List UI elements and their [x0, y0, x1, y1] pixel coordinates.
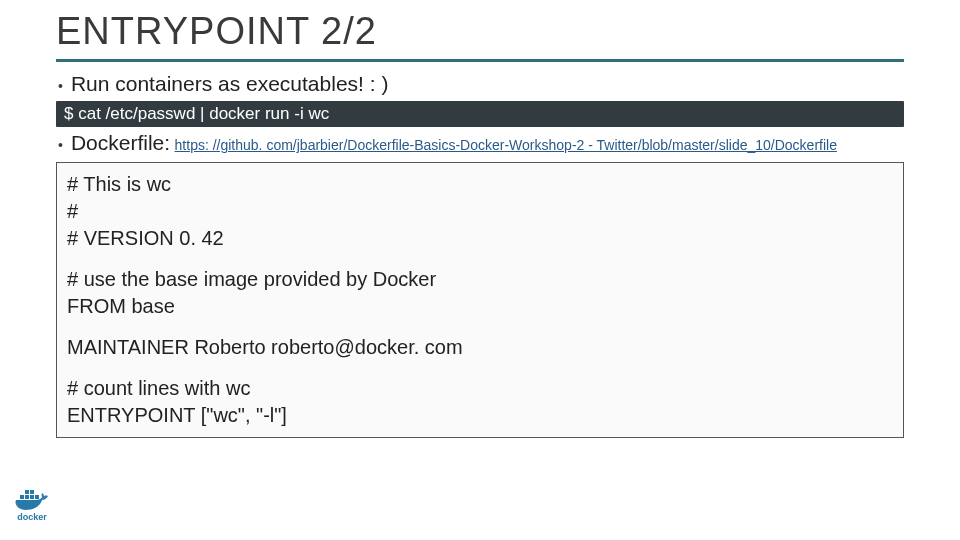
docker-logo: docker	[10, 487, 54, 522]
file-header: # This is wc # # VERSION 0. 42	[67, 171, 893, 252]
svg-rect-1	[25, 495, 29, 499]
dockerfile-link[interactable]: https: //github. com/jbarbier/Dockerfile…	[175, 137, 837, 153]
file-line: # use the base image provided by Docker	[67, 266, 893, 293]
file-line: # VERSION 0. 42	[67, 225, 893, 252]
bullet-dockerfile-text: Dockerfile: https: //github. com/jbarbie…	[71, 131, 837, 155]
bullet-run-text: Run containers as executables! : )	[71, 72, 389, 96]
command-box: $ cat /etc/passwd | docker run -i wc	[56, 101, 904, 127]
file-maintainer: MAINTAINER Roberto roberto@docker. com	[67, 334, 893, 361]
slide-content: ENTRYPOINT 2/2 • Run containers as execu…	[0, 0, 960, 448]
file-line: MAINTAINER Roberto roberto@docker. com	[67, 334, 893, 361]
bullet-icon: •	[58, 132, 63, 158]
svg-rect-0	[20, 495, 24, 499]
bullet-dockerfile: • Dockerfile: https: //github. com/jbarb…	[56, 131, 904, 158]
file-from: # use the base image provided by Docker …	[67, 266, 893, 320]
bullet-icon: •	[58, 73, 63, 99]
slide-title: ENTRYPOINT 2/2	[56, 10, 904, 53]
svg-rect-4	[30, 490, 34, 494]
file-entrypoint: # count lines with wc ENTRYPOINT ["wc", …	[67, 375, 893, 429]
dockerfile-label: Dockerfile:	[71, 131, 170, 154]
whale-icon	[14, 487, 50, 511]
dockerfile-box: # This is wc # # VERSION 0. 42 # use the…	[56, 162, 904, 438]
logo-text: docker	[10, 512, 54, 522]
file-line: #	[67, 198, 893, 225]
svg-rect-5	[35, 495, 39, 499]
file-line: FROM base	[67, 293, 893, 320]
bullet-run: • Run containers as executables! : )	[56, 72, 904, 99]
file-line: ENTRYPOINT ["wc", "-l"]	[67, 402, 893, 429]
svg-rect-2	[30, 495, 34, 499]
file-line: # count lines with wc	[67, 375, 893, 402]
file-line: # This is wc	[67, 171, 893, 198]
title-underline	[56, 59, 904, 62]
svg-rect-3	[25, 490, 29, 494]
